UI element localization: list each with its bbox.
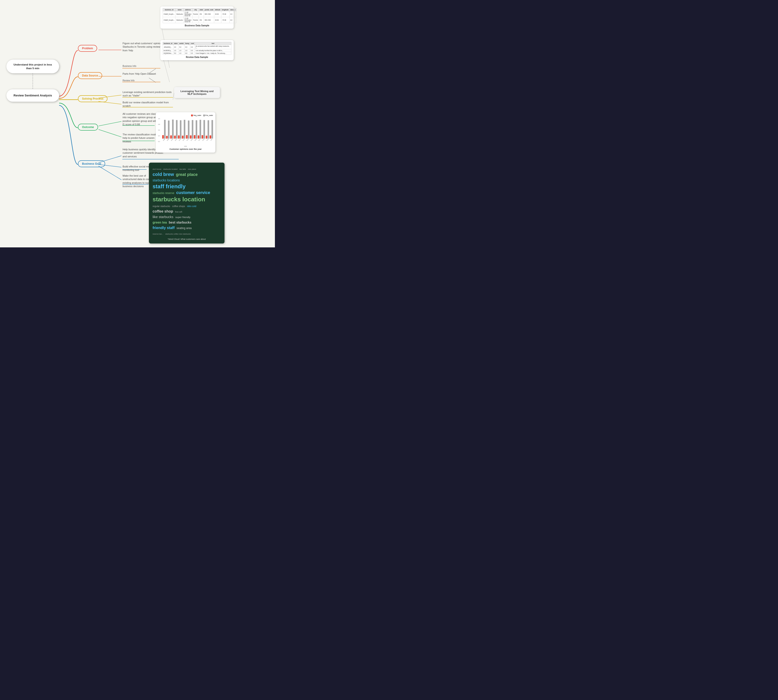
table-row: -MhleM0Q... 2.0 5.0 0.0 0.0 As someone w… [163,45,232,49]
wc-word: free wifi [175,211,182,213]
bar-group: 2010 [170,118,173,140]
solving-badge: Solving Process [78,95,107,102]
wc-word: seating area [177,227,192,230]
bar-group: 2018 [202,118,205,140]
problem-badge: Problem [78,45,97,52]
nlp-text: Leveraging Text Mining and NLP technique… [180,90,214,95]
bar-group: 2012 [178,118,182,140]
chart-title: Customer opinions over the year [158,148,213,150]
bar-group: avg [210,118,213,140]
wc-word: don't know [153,168,161,170]
svg-line-7 [98,122,122,126]
wc-word: starbucks locations [153,178,180,182]
wc-word: nice place [188,168,196,170]
table-row: C6a80_Kunpfc... Starbucks 17-65 Wellingt… [163,11,237,17]
wc-word: starbucks coffee nice starbucks [165,233,191,235]
central-node-title: Review Sentiment Analysis [13,93,53,98]
wc-word: customer service [176,190,210,195]
bar-group: 2013 [182,118,185,140]
outcome-badge: Outcome [78,124,98,130]
table-row: HQ28KMwr... 5.0 1.0 0.0 0.0 I love Deaga… [163,52,232,55]
bar-group: 2017 [198,118,201,140]
biz-data-box: business_id name address city state post… [160,7,234,28]
bizgoal-badge: Business Goal [78,160,105,167]
wc-word: reserve bar... [153,233,163,235]
solving-sub1: Leverage existing sentiment prediction t… [123,90,172,98]
wordcloud-box: don't know starbucks located tea latte n… [149,163,225,243]
table-row: brU8S9Cq... 1.0 1.0 1.0 0.0 I am actuall… [163,49,232,52]
wc-word: starbucks reserve [153,192,174,195]
wc-word: coffee shops [172,205,185,208]
wc-word: starbucks located [163,168,177,170]
datasource-sub2: Review Info [123,79,159,82]
legend-pos: Pos_vader [203,115,213,117]
wc-word: coffee shop [153,209,173,213]
solving-sub2: Build our review classification model fr… [123,101,172,108]
table-row: C6a80_Kunpfc... Starbucks 17-65 Wellingt… [163,17,237,23]
understand-node: Understand this project in less than 5 m… [7,60,59,73]
bar-group: 2015 [190,118,193,140]
chart-box: Neg_vader Pos_vader 1.0 0.8 0.6 0.4 0.2 … [156,112,215,153]
central-node: Review Sentiment Analysis [7,89,59,102]
datasource-annotation: Parts from Yelp Open Dataset [123,72,159,76]
datasource-sub1: Business Info [123,65,159,68]
wc-word: nitro cold [187,205,197,208]
nlp-box: Leveraging Text Mining and NLP technique… [174,87,220,98]
wc-word: starbucks location [153,196,205,203]
biz-data-table: business_id name address city state post… [163,8,237,23]
legend-neg: Neg_vader [191,115,201,117]
wc-word: green tea [153,221,167,225]
bar-group: 2011 [174,118,178,140]
wc-word: super friendly [175,216,190,219]
wc-word: great place [176,172,198,177]
chart-legend: Neg_vader Pos_vader [158,115,213,117]
wc-word: friendly staff [153,226,175,230]
svg-line-8 [98,129,122,137]
review-data-table: business_id stars useful funny cool text… [163,42,232,55]
wc-word: regular starbucks [153,205,170,208]
datasource-badge: Data Source [78,72,102,79]
wc-word: staff friendly [153,183,186,190]
wc-word: cold brew [153,172,174,177]
bar-group: 2009 [166,118,170,140]
understand-node-title: Understand this project in less than 5 m… [12,63,53,70]
review-data-title: Review Data Sample [163,56,232,58]
wc-word: tea latte [179,168,186,170]
wc-word: best starbucks [169,221,192,225]
wc-word: like starbucks [153,215,173,219]
review-data-box: business_id stars useful funny cool text… [160,40,234,60]
bar-group: 2014 [186,118,189,140]
bar-group: 2019 [206,118,209,140]
biz-data-title: Business Data Sample [163,24,232,27]
wordcloud-caption: *Word Cloud: What customers care about [152,238,221,240]
bar-group: 2008 [162,118,166,140]
svg-line-11 [98,166,122,180]
bar-group: 2016 [194,118,197,140]
